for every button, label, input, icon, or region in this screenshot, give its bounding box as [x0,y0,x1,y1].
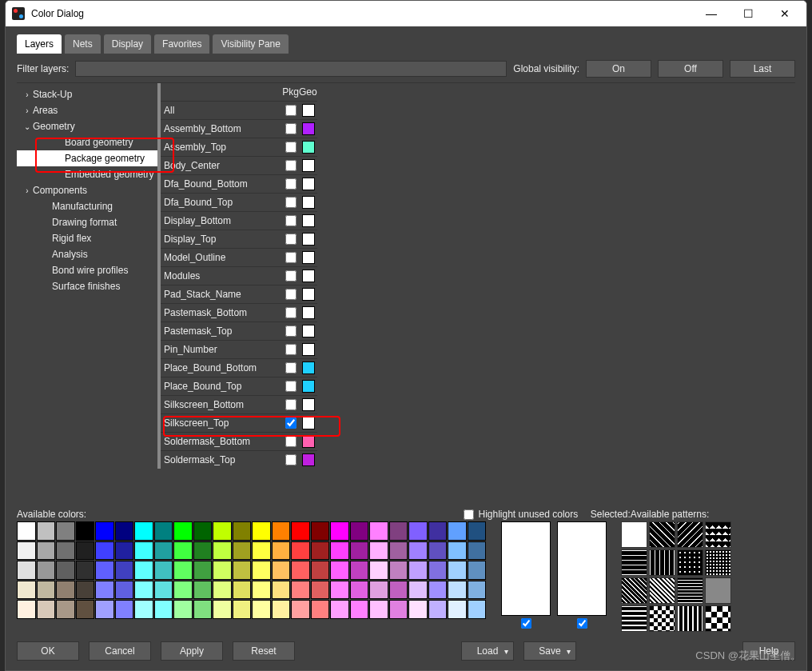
palette-color[interactable] [389,541,408,561]
palette-color[interactable] [134,521,153,541]
palette-color[interactable] [389,581,408,600]
palette-color[interactable] [233,600,252,619]
palette-color[interactable] [154,561,173,580]
layer-visibility-checkbox[interactable] [285,381,297,392]
palette-color[interactable] [95,600,114,619]
selected-color-box[interactable] [501,521,551,616]
tree-item-board-geometry[interactable]: Board geometry [17,134,157,150]
ok-button[interactable]: OK [17,641,79,661]
selected-color-box[interactable] [557,521,607,616]
palette-color[interactable] [350,581,369,600]
palette-color[interactable] [330,521,349,541]
palette-color[interactable] [408,561,428,580]
palette-color[interactable] [330,541,349,561]
palette-color[interactable] [233,581,252,600]
global-on-button[interactable]: On [586,60,651,78]
palette-color[interactable] [37,561,56,580]
palette-color[interactable] [272,600,291,619]
layer-visibility-checkbox[interactable] [285,326,297,337]
palette-color[interactable] [350,600,369,619]
palette-color[interactable] [330,581,349,600]
palette-color[interactable] [154,521,173,541]
pattern-swatch[interactable] [621,577,647,604]
palette-color[interactable] [213,561,232,580]
tree-item-areas[interactable]: ›Areas [17,102,157,118]
palette-color[interactable] [272,541,291,561]
help-button[interactable]: Help [742,641,795,661]
tree-item-bond-wire-profiles[interactable]: Bond wire profiles [17,262,157,278]
palette-color[interactable] [154,581,173,600]
palette-color[interactable] [408,541,428,561]
tree-item-stack-up[interactable]: ›Stack-Up [17,86,157,102]
layer-color-swatch[interactable] [302,398,315,411]
palette-color[interactable] [272,561,291,580]
pattern-swatch[interactable] [677,521,703,548]
palette-color[interactable] [448,521,467,541]
palette-color[interactable] [173,561,193,580]
pattern-swatch[interactable] [677,605,703,632]
palette-color[interactable] [350,541,369,561]
tree-item-drawing-format[interactable]: Drawing format [17,214,157,230]
palette-color[interactable] [115,521,134,541]
palette-color[interactable] [213,600,232,619]
layer-color-swatch[interactable] [302,306,315,319]
palette-color[interactable] [95,541,114,561]
palette-color[interactable] [428,561,448,580]
layer-color-swatch[interactable] [302,361,315,374]
palette-color[interactable] [468,581,487,600]
pattern-swatch[interactable] [677,577,703,604]
layer-color-swatch[interactable] [302,380,315,393]
palette-color[interactable] [17,600,36,619]
layer-visibility-checkbox[interactable] [285,417,297,429]
palette-color[interactable] [17,581,36,600]
save-button[interactable]: Save [523,641,576,661]
palette-color[interactable] [193,541,213,561]
load-button[interactable]: Load [461,641,514,661]
palette-color[interactable] [291,600,310,619]
pattern-swatch[interactable] [705,577,731,604]
palette-color[interactable] [56,600,75,619]
layer-visibility-checkbox[interactable] [285,436,297,447]
palette-color[interactable] [76,541,95,561]
palette-color[interactable] [428,600,448,619]
palette-color[interactable] [213,541,232,561]
palette-color[interactable] [173,541,193,561]
palette-color[interactable] [173,600,193,619]
tree-item-analysis[interactable]: Analysis [17,246,157,262]
layer-color-swatch[interactable] [302,196,315,209]
palette-color[interactable] [369,561,388,580]
palette-color[interactable] [17,541,36,561]
layer-visibility-checkbox[interactable] [285,105,297,116]
palette-color[interactable] [76,600,95,619]
palette-color[interactable] [272,581,291,600]
tab-favorites[interactable]: Favorites [154,34,209,54]
palette-color[interactable] [37,541,56,561]
palette-color[interactable] [193,600,213,619]
tree-item-embedded-geometry[interactable]: Embedded geometry [17,166,157,182]
color-palette[interactable] [17,521,487,632]
palette-color[interactable] [350,521,369,541]
palette-color[interactable] [115,600,134,619]
layer-color-swatch[interactable] [302,343,315,356]
palette-color[interactable] [291,541,310,561]
palette-color[interactable] [408,600,428,619]
cancel-button[interactable]: Cancel [89,641,151,661]
palette-color[interactable] [134,561,153,580]
palette-color[interactable] [213,521,232,541]
palette-color[interactable] [56,581,75,600]
layer-color-swatch[interactable] [302,122,315,135]
close-button[interactable]: ✕ [766,1,803,26]
tree-item-package-geometry[interactable]: Package geometry [17,150,157,166]
layer-color-swatch[interactable] [302,141,315,154]
layer-visibility-checkbox[interactable] [285,123,297,134]
palette-color[interactable] [193,581,213,600]
palette-color[interactable] [233,541,252,561]
layer-color-swatch[interactable] [302,288,315,301]
palette-color[interactable] [173,581,193,600]
palette-color[interactable] [468,561,487,580]
minimize-button[interactable]: — [693,1,730,26]
palette-color[interactable] [37,581,56,600]
layer-visibility-checkbox[interactable] [285,215,297,226]
palette-color[interactable] [389,561,408,580]
tab-visibility-pane[interactable]: Visibility Pane [213,34,288,54]
